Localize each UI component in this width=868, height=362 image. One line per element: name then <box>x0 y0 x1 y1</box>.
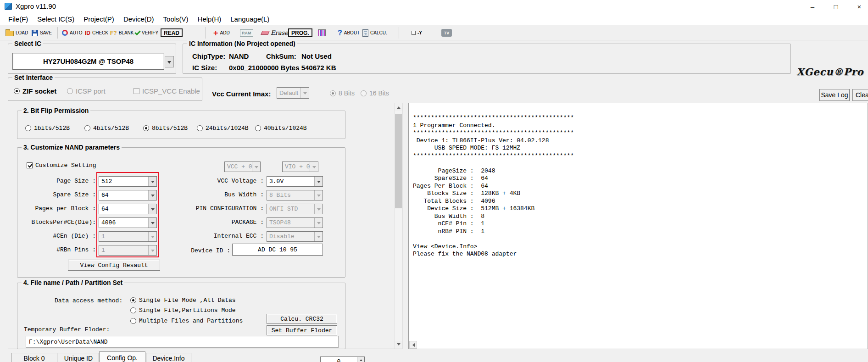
menu-tools[interactable]: Tools(V) <box>159 14 193 24</box>
vcc-voltage-value: 3.0V <box>267 177 314 186</box>
single-file-all-radio[interactable]: Single File Mode ,All Datas <box>130 297 236 304</box>
dropdown-arrow-icon[interactable] <box>148 190 156 200</box>
dropdown-arrow-icon <box>252 162 260 172</box>
load-label: LOAD <box>16 30 28 35</box>
tab-unique-id[interactable]: Unique ID <box>58 353 99 362</box>
single-file-partitions-radio[interactable]: Single File,Partitions Mode <box>130 307 236 314</box>
id-icon: ID <box>85 30 90 36</box>
spare-size-label: Spare Size : <box>27 191 96 198</box>
ic-info-group-label: IC Information (No Project opened) <box>187 40 297 47</box>
menu-help[interactable]: Help(H) <box>193 14 226 24</box>
customize-setting-checkbox[interactable]: Customize Setting <box>27 162 96 169</box>
clear-log-button[interactable]: Clea <box>852 89 868 101</box>
menu-device[interactable]: Device(D) <box>119 14 159 24</box>
load-button[interactable]: LOAD <box>6 25 28 40</box>
tab-device-info[interactable]: Device.Info <box>146 353 191 362</box>
bitflip-label: 24bits/1024B <box>206 125 249 132</box>
log-output[interactable]: ****************************************… <box>413 114 574 258</box>
maximize-button[interactable]: □ <box>825 0 846 13</box>
rbn-pins-value: 1 <box>99 245 148 255</box>
dropdown-arrow-icon[interactable] <box>148 177 156 186</box>
id-check-button[interactable]: ID CHECK <box>85 25 108 40</box>
pin-map-label: -Y <box>417 30 422 35</box>
nand-params-group-label: 3. Customize NAND parameters <box>22 144 122 151</box>
spinner-value: 0 <box>321 357 357 362</box>
blank-check-button[interactable]: F? BLANK <box>110 25 134 40</box>
internal-ecc-label: Internal ECC : <box>167 233 264 239</box>
erase-button[interactable]: Erase <box>262 25 288 40</box>
rbn-pins-select: 1 <box>99 245 157 256</box>
bits16-label: 16 Bits <box>369 89 389 97</box>
menu-select-ic[interactable]: Select IC(S) <box>33 14 79 24</box>
select-ic-dropdown-button[interactable] <box>165 56 174 67</box>
blocks-per-ce-select[interactable]: 4096 <box>99 217 157 228</box>
xgecu-pro-logo: XGecu®Pro <box>796 66 864 78</box>
scroll-down-button[interactable] <box>395 341 402 349</box>
vcc-voltage-select[interactable]: 3.0V <box>267 176 323 187</box>
temp-buffer-path-field[interactable]: F:\Xgpro\UserData\NAND <box>26 336 339 348</box>
about-button[interactable]: ? ABOUT <box>338 25 360 40</box>
package-label: PACKAGE : <box>167 219 264 226</box>
device-id-field[interactable]: AD DC 10 95 <box>232 244 323 256</box>
bitflip-option-40bits[interactable]: 40bits/1024B <box>255 125 307 132</box>
calcu-button[interactable]: CALCU. <box>362 25 387 40</box>
log-scroll-left-button[interactable] <box>409 341 417 349</box>
bitflip-option-8bits[interactable]: 8bits/512B <box>143 125 188 132</box>
bitflip-option-1bits[interactable]: 1bits/512B <box>25 125 70 132</box>
verify-button[interactable]: VERIFY <box>134 25 158 40</box>
pages-per-block-select[interactable]: 64 <box>99 204 157 214</box>
pin-config-label: PIN CONFIGURATION : <box>167 205 264 212</box>
ram-chip-icon: RAM <box>240 29 253 37</box>
vio-offset-value: VIO + 0.0V <box>283 162 310 172</box>
bits8-radio: 8 Bits <box>330 89 355 97</box>
dropdown-arrow-icon <box>314 190 323 200</box>
read-button[interactable]: READ <box>161 25 183 40</box>
tv-logic-button[interactable]: TV <box>441 25 452 40</box>
vcc-offset-select: VCC + 0.0V <box>224 162 261 172</box>
add-button[interactable]: + ADD <box>213 25 230 40</box>
config-panel-scrollbar[interactable] <box>394 103 402 349</box>
scrollbar-thumb[interactable] <box>395 114 402 208</box>
dropdown-arrow-icon[interactable] <box>148 204 156 214</box>
calc-crc32-button[interactable]: Calcu. CRC32 <box>267 314 337 324</box>
ic-socket-icon <box>318 29 326 36</box>
titlebar: Xgpro v11.90 – □ × <box>0 0 868 13</box>
ic-info-group: IC Information (No Project opened) ChipT… <box>183 44 791 74</box>
selected-ic-display[interactable]: HY27UH084G2M @ TSOP48 <box>12 53 164 70</box>
minimize-button[interactable]: – <box>802 0 823 13</box>
blank-icon: F? <box>110 30 117 36</box>
radio-icon <box>255 125 261 131</box>
dropdown-arrow-icon[interactable] <box>148 218 156 228</box>
close-button[interactable]: × <box>849 0 868 13</box>
tab-block0[interactable]: Block 0 <box>11 353 57 362</box>
spinner-arrows[interactable] <box>357 357 364 362</box>
pin-map-button[interactable]: -Y <box>412 25 422 40</box>
block-number-spinner[interactable]: 0 <box>320 356 365 362</box>
menu-file[interactable]: File(F) <box>4 14 33 24</box>
scroll-up-button[interactable] <box>395 103 402 111</box>
auto-button[interactable]: AUTO <box>62 25 83 40</box>
menu-language[interactable]: Language(L) <box>226 14 274 24</box>
prog-button[interactable]: PROG. <box>288 25 312 40</box>
page-size-select[interactable]: 512 <box>99 176 157 187</box>
save-button[interactable]: SAVE <box>32 25 52 40</box>
dropdown-arrow-icon <box>300 88 309 98</box>
bit-flip-group-label: 2. Bit Flip Permission <box>22 107 90 114</box>
tab-config-op[interactable]: Config Op. <box>99 351 145 362</box>
menu-project[interactable]: Project(P) <box>79 14 119 24</box>
data-access-label: Data access method: <box>55 297 123 304</box>
spare-size-select[interactable]: 64 <box>99 190 157 200</box>
zif-socket-radio[interactable]: ZIF socket <box>14 87 56 95</box>
dropdown-arrow-icon[interactable] <box>314 177 323 186</box>
save-log-button[interactable]: Save Log <box>819 89 850 101</box>
page-size-label: Page Size : <box>27 178 96 184</box>
set-buffer-folder-button[interactable]: Set Buffer Floder <box>267 325 337 335</box>
bitflip-option-4bits[interactable]: 4bits/512B <box>84 125 129 132</box>
bitflip-option-24bits[interactable]: 24bits/1024B <box>197 125 249 132</box>
spin-up-button[interactable] <box>357 357 364 362</box>
multiple-files-radio[interactable]: Multiple Files and Partitions <box>130 317 243 324</box>
ram-button[interactable]: RAM <box>240 25 253 40</box>
view-config-result-button[interactable]: View Config Resault <box>68 260 160 271</box>
vcc-imax-value: Default <box>277 88 300 98</box>
ic-socket-button[interactable] <box>318 25 326 40</box>
